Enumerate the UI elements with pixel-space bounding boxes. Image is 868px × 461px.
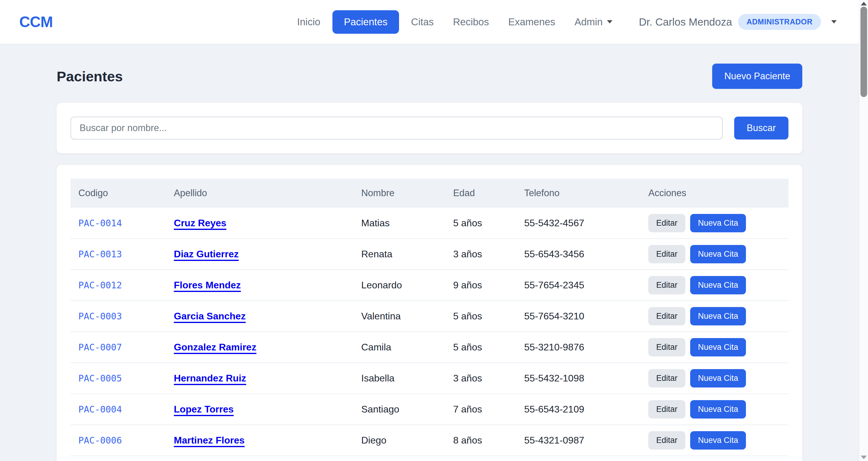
row-actions: Editar Nueva Cita	[648, 369, 781, 388]
row-actions: Editar Nueva Cita	[648, 338, 781, 357]
patient-age: 5 años	[453, 342, 482, 352]
column-header-codigo: Codigo	[70, 179, 166, 208]
page-title: Pacientes	[57, 68, 123, 85]
table-row: PAC-0004 Lopez Torres Santiago 7 años 55…	[70, 394, 788, 425]
edit-button[interactable]: Editar	[648, 400, 685, 419]
patient-lastname-link[interactable]: Gonzalez Ramirez	[174, 342, 256, 352]
patient-age: 3 años	[453, 373, 482, 383]
table-row: PAC-0014 Cruz Reyes Matias 5 años 55-543…	[70, 208, 788, 239]
top-navbar: CCM InicioPacientesCitasRecibosExamenesA…	[0, 0, 868, 44]
new-appointment-button[interactable]: Nueva Cita	[690, 369, 746, 388]
patients-table: CodigoApellidoNombreEdadTelefonoAcciones…	[70, 179, 788, 461]
patient-lastname-link[interactable]: Garcia Sanchez	[174, 311, 246, 321]
patient-phone: 55-5432-1098	[524, 373, 584, 383]
patient-code: PAC-0006	[79, 435, 122, 445]
search-button[interactable]: Buscar	[734, 117, 788, 140]
patients-table-card: CodigoApellidoNombreEdadTelefonoAcciones…	[57, 165, 802, 461]
patient-code: PAC-0013	[79, 249, 122, 259]
vertical-scrollbar[interactable]	[859, 0, 868, 461]
table-row: PAC-0006 Martinez Flores Diego 8 años 55…	[70, 425, 788, 456]
patient-phone: 55-6543-3456	[524, 249, 584, 259]
patient-lastname-link[interactable]: Lopez Torres	[174, 404, 234, 414]
edit-button[interactable]: Editar	[648, 276, 685, 295]
edit-button[interactable]: Editar	[648, 307, 685, 326]
new-appointment-button[interactable]: Nueva Cita	[690, 431, 746, 450]
patient-code: PAC-0004	[79, 404, 122, 414]
patient-age: 7 años	[453, 404, 482, 414]
patient-phone: 55-3210-9876	[524, 342, 584, 352]
new-appointment-button[interactable]: Nueva Cita	[690, 276, 746, 295]
patient-code: PAC-0005	[79, 373, 122, 383]
patient-phone: 55-5432-4567	[524, 218, 584, 228]
nav-item-recibos[interactable]: Recibos	[443, 11, 498, 33]
column-header-nombre: Nombre	[353, 179, 445, 208]
patient-age: 5 años	[453, 218, 482, 228]
patient-lastname-link[interactable]: Martinez Flores	[174, 435, 245, 445]
new-appointment-button[interactable]: Nueva Cita	[690, 245, 746, 263]
edit-button[interactable]: Editar	[648, 245, 685, 263]
patient-age: 8 años	[453, 435, 482, 445]
column-header-edad: Edad	[445, 179, 516, 208]
patient-lastname-link[interactable]: Flores Mendez	[174, 280, 241, 290]
row-actions: Editar Nueva Cita	[648, 400, 781, 419]
new-patient-button[interactable]: Nuevo Paciente	[712, 64, 802, 89]
edit-button[interactable]: Editar	[648, 338, 685, 357]
row-actions: Editar Nueva Cita	[648, 276, 781, 295]
table-row: PAC-0013 Diaz Gutierrez Renata 3 años 55…	[70, 239, 788, 270]
patient-firstname: Camila	[361, 342, 391, 352]
patient-code: PAC-0003	[79, 311, 122, 321]
chevron-down-icon	[831, 20, 837, 24]
nav-item-citas[interactable]: Citas	[401, 11, 443, 33]
column-header-acciones: Acciones	[641, 179, 788, 208]
patient-code: PAC-0014	[79, 218, 122, 228]
nav-item-examenes[interactable]: Examenes	[498, 11, 565, 33]
table-row: PAC-0003 Garcia Sanchez Valentina 5 años…	[70, 301, 788, 332]
patient-lastname-link[interactable]: Diaz Gutierrez	[174, 249, 239, 259]
row-actions: Editar Nueva Cita	[648, 307, 781, 326]
patient-firstname: Leonardo	[361, 280, 402, 290]
search-input[interactable]	[70, 117, 723, 140]
scrollbar-thumb[interactable]	[861, 7, 867, 97]
chevron-down-icon	[607, 20, 613, 24]
patient-firstname: Valentina	[361, 311, 401, 321]
nav-item-inicio[interactable]: Inicio	[287, 11, 330, 33]
row-actions: Editar Nueva Cita	[648, 245, 781, 263]
new-appointment-button[interactable]: Nueva Cita	[690, 307, 746, 326]
new-appointment-button[interactable]: Nueva Cita	[690, 338, 746, 357]
main-nav: InicioPacientesCitasRecibosExamenesAdmin	[287, 10, 622, 34]
edit-button[interactable]: Editar	[648, 431, 685, 450]
table-row: PAC-0012 Flores Mendez Leonardo 9 años 5…	[70, 270, 788, 301]
patient-lastname-link[interactable]: Cruz Reyes	[174, 218, 226, 228]
table-row: Editar Nueva Cita	[70, 456, 788, 461]
patient-firstname: Matias	[361, 218, 390, 228]
new-appointment-button[interactable]: Nueva Cita	[690, 400, 746, 419]
patient-firstname: Santiago	[361, 404, 399, 414]
row-actions: Editar Nueva Cita	[648, 431, 781, 450]
patient-lastname-link[interactable]: Hernandez Ruiz	[174, 373, 246, 383]
patient-firstname: Renata	[361, 249, 392, 259]
table-header-row: CodigoApellidoNombreEdadTelefonoAcciones	[70, 179, 788, 208]
patient-phone: 55-7654-3210	[524, 311, 584, 321]
nav-item-admin[interactable]: Admin	[565, 11, 622, 33]
user-role-badge: ADMINISTRADOR	[738, 14, 821, 30]
patient-code: PAC-0012	[79, 280, 122, 290]
user-name: Dr. Carlos Mendoza	[639, 16, 732, 28]
nav-item-pacientes[interactable]: Pacientes	[333, 10, 399, 34]
table-row: PAC-0007 Gonzalez Ramirez Camila 5 años …	[70, 332, 788, 363]
user-menu[interactable]: Dr. Carlos Mendoza ADMINISTRADOR	[639, 14, 837, 30]
patient-age: 9 años	[453, 280, 482, 290]
column-header-telefono: Telefono	[516, 179, 641, 208]
main-content: Pacientes Nuevo Paciente Buscar CodigoAp…	[57, 64, 802, 461]
page-header: Pacientes Nuevo Paciente	[57, 64, 802, 89]
patient-age: 5 años	[453, 311, 482, 321]
scroll-up-arrow-icon[interactable]	[861, 2, 867, 5]
new-appointment-button[interactable]: Nueva Cita	[690, 214, 746, 232]
edit-button[interactable]: Editar	[648, 369, 685, 388]
patient-firstname: Isabella	[361, 373, 394, 383]
brand-logo[interactable]: CCM	[19, 13, 53, 31]
column-header-apellido: Apellido	[166, 179, 353, 208]
edit-button[interactable]: Editar	[648, 214, 685, 232]
patient-phone: 55-6543-2109	[524, 404, 584, 414]
scroll-down-arrow-icon[interactable]	[861, 456, 867, 459]
table-row: PAC-0005 Hernandez Ruiz Isabella 3 años …	[70, 363, 788, 394]
